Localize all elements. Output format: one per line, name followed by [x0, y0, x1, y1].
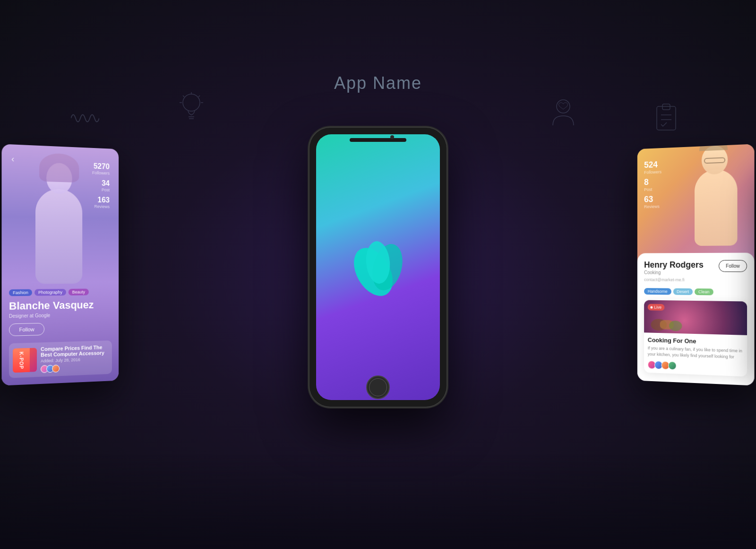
- svg-line-4: [183, 96, 184, 97]
- s4-post-desc: If you are a culinary fan, if you like t…: [648, 345, 743, 360]
- clipboard-check-icon: [654, 102, 678, 133]
- s2-card-image: K-POP: [13, 348, 37, 373]
- s2-kpop-label: K-POP: [13, 348, 30, 373]
- lightbulb-icon: [180, 92, 203, 125]
- s2-reviews-count: 163: [92, 196, 110, 205]
- s4-profile-row: Henry Rodgers Cooking contact@market-me.…: [644, 260, 747, 287]
- s2-card-text: Compare Prices Find The Best Computer Ac…: [41, 344, 108, 373]
- s2-post-card: K-POP Compare Prices Find The Best Compu…: [9, 340, 112, 378]
- s4-followers-count: 524: [644, 160, 662, 170]
- s4-live-badge: Live: [648, 304, 664, 311]
- s4-user-name: Henry Rodgers: [644, 260, 704, 270]
- s4-post-title: Cooking For One: [648, 336, 743, 346]
- s2-reviews-label: Reviews: [92, 204, 110, 209]
- s2-card-avatars: [41, 363, 108, 373]
- s2-tags: Fashion Photography Beauty: [9, 288, 112, 296]
- s2-user-name: Blanche Vasquez: [9, 299, 112, 313]
- sound-wave-icon: [71, 109, 99, 130]
- s2-followers-label: Followers: [92, 170, 110, 175]
- bottom-gradient: [0, 454, 756, 549]
- s2-bottom-section: Fashion Photography Beauty Blanche Vasqu…: [1, 281, 119, 385]
- s4-post-avatar-4: [668, 361, 677, 370]
- s2-stats: 5270 Followers 34 Post 163 Reviews: [92, 162, 110, 213]
- s4-post-card: Live Cooking For One If you are a culina…: [644, 300, 747, 377]
- screen-4-card: 524 Followers 8 Post 63 Reviews: [637, 144, 755, 385]
- s4-tag-desert: Desert: [673, 288, 693, 295]
- svg-point-8: [557, 100, 570, 113]
- iphone-frame: [309, 128, 447, 407]
- s4-post-avatars: [648, 361, 743, 373]
- s4-stats: 524 Followers 8 Post 63 Reviews: [644, 160, 662, 212]
- s2-card-title: Compare Prices Find The Best Computer Ac…: [41, 344, 108, 357]
- s2-tag-beauty: Beauty: [69, 288, 89, 295]
- app-logo-icon: [347, 232, 409, 303]
- s4-post-image: Live: [644, 300, 747, 335]
- person-heart-icon: [550, 97, 576, 130]
- s4-user-subtitle: Cooking: [644, 270, 704, 275]
- s4-contact-email: contact@market-me.fi: [644, 277, 704, 282]
- s4-tag-handsome: Handsome: [644, 288, 671, 295]
- s4-reviews-label: Reviews: [644, 204, 662, 209]
- s2-post-label: Post: [92, 187, 110, 192]
- s4-post-count: 8: [644, 177, 662, 187]
- s2-post-count: 34: [92, 179, 110, 188]
- s4-tag-clean: Clean: [695, 288, 713, 295]
- app-title: App Name: [334, 73, 422, 93]
- screens-container: ≡ Linnie Ramsey 221-067-4004 📞: [94, 142, 662, 416]
- s4-bottom-section: Henry Rodgers Cooking contact@market-me.…: [637, 253, 755, 385]
- s2-follow-button[interactable]: Follow: [9, 323, 44, 336]
- s4-tags: Handsome Desert Clean: [644, 288, 747, 296]
- s4-reviews-count: 63: [644, 194, 662, 205]
- iphone-home-button[interactable]: [366, 375, 390, 399]
- s2-back-button[interactable]: ‹: [11, 154, 14, 165]
- s2-mini-avatar-3: [52, 365, 60, 373]
- s2-tag-fashion: Fashion: [9, 289, 32, 296]
- s4-followers-label: Followers: [644, 170, 662, 175]
- iphone-notch: [350, 138, 406, 142]
- s2-tag-photography: Photography: [34, 289, 66, 296]
- svg-point-0: [183, 94, 200, 111]
- s4-post-label: Post: [644, 187, 662, 192]
- screen-2-card: ‹ 5270 Followers 34 Post 163 Reviews: [1, 144, 119, 385]
- s2-card-meta: Added: July 28, 2016: [41, 357, 108, 364]
- s4-post-body: Cooking For One If you are a culinary fa…: [644, 332, 747, 376]
- s2-followers-count: 5270: [92, 162, 110, 171]
- s4-live-dot: [650, 306, 653, 308]
- svg-rect-10: [662, 104, 670, 110]
- iphone-screen: [316, 134, 440, 400]
- center-iphone: [309, 128, 447, 407]
- s4-follow-button[interactable]: Follow: [719, 260, 747, 272]
- s2-user-title: Designer at Google: [9, 312, 112, 319]
- svg-line-5: [198, 96, 200, 97]
